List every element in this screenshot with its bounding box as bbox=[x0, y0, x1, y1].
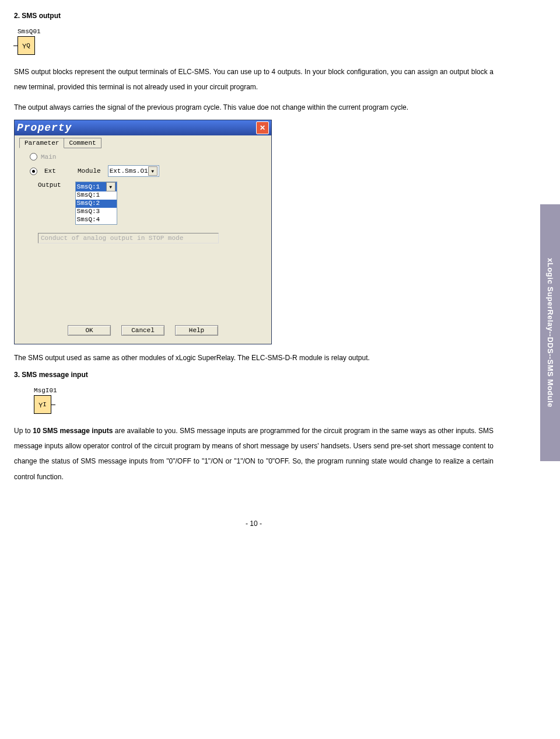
output-selected[interactable]: SmsQ:1 ▼ bbox=[76, 182, 117, 191]
after-dialog-text: The SMS output used as same as other mod… bbox=[14, 350, 494, 365]
cancel-button[interactable]: Cancel bbox=[121, 325, 164, 336]
module-label: Module bbox=[78, 168, 101, 175]
output-listbox[interactable]: SmsQ:1 ▼ SmsQ:1 SmsQ:2 SmsQ:3 SmsQ:4 bbox=[75, 182, 117, 225]
block-symbol: I bbox=[43, 401, 47, 408]
help-button[interactable]: Help bbox=[175, 325, 218, 336]
stop-mode-text: Conduct of analog output in STOP mode bbox=[38, 233, 219, 243]
section-3-para: Up to 10 SMS message inputs are availabl… bbox=[14, 423, 494, 485]
radio-main-row: Main bbox=[30, 153, 267, 161]
module-combo[interactable]: Ext.Sms.O1 ▼ bbox=[108, 165, 159, 177]
radio-main[interactable] bbox=[30, 153, 37, 161]
sms-output-block-icon: SmsQ01 YQ bbox=[18, 28, 41, 55]
close-icon[interactable]: ✕ bbox=[256, 121, 269, 134]
chevron-down-icon[interactable]: ▼ bbox=[148, 166, 158, 176]
output-row: Output SmsQ:1 ▼ SmsQ:1 SmsQ:2 SmsQ:3 Sms… bbox=[38, 182, 267, 225]
section-2-heading: 2. SMS output bbox=[14, 12, 494, 20]
module-combo-value: Ext.Sms.O1 bbox=[110, 168, 148, 175]
chevron-down-icon[interactable]: ▼ bbox=[106, 182, 116, 191]
page-number: - 10 - bbox=[14, 520, 494, 528]
radio-ext-row: Ext Module Ext.Sms.O1 ▼ bbox=[30, 165, 267, 177]
radio-main-label: Main bbox=[41, 154, 56, 161]
list-item[interactable]: SmsQ:3 bbox=[76, 208, 117, 216]
sms-msg-input-block-icon: MsgI01 YI bbox=[34, 387, 57, 414]
dialog-titlebar: Property ✕ bbox=[15, 120, 271, 135]
dialog-body: Parameter Comment Main Ext Module Ext.Sm… bbox=[15, 135, 271, 344]
block-label: SmsQ01 bbox=[18, 28, 41, 35]
radio-ext-label: Ext bbox=[44, 168, 56, 175]
ok-button[interactable]: OK bbox=[68, 325, 111, 336]
block-symbol: Q bbox=[26, 42, 30, 49]
property-dialog: Property ✕ Parameter Comment Main Ext Mo… bbox=[14, 120, 272, 344]
p3a: Up to bbox=[14, 427, 33, 435]
block-label: MsgI01 bbox=[34, 387, 57, 394]
antenna-icon: Y bbox=[22, 43, 26, 50]
list-item[interactable]: SmsQ:2 bbox=[76, 200, 117, 208]
section-3-heading: 3. SMS message input bbox=[14, 371, 494, 379]
para-2: The output always carries the signal of … bbox=[14, 100, 494, 115]
p3bold: 10 SMS message inputs bbox=[33, 427, 113, 435]
block-box: YI bbox=[34, 395, 51, 414]
dialog-buttons: OK Cancel Help bbox=[19, 325, 267, 336]
antenna-icon: Y bbox=[38, 402, 43, 409]
dialog-title: Property bbox=[17, 122, 72, 134]
tab-parameter[interactable]: Parameter bbox=[19, 138, 64, 148]
tabs: Parameter Comment bbox=[19, 138, 267, 148]
tab-comment[interactable]: Comment bbox=[64, 138, 101, 148]
radio-ext[interactable] bbox=[30, 168, 37, 175]
output-label: Output bbox=[38, 182, 61, 189]
list-item[interactable]: SmsQ:4 bbox=[76, 216, 117, 224]
block-box: YQ bbox=[18, 36, 35, 55]
side-label: xLogic SuperRelay--DDS--SMS Module bbox=[540, 204, 560, 461]
para-1: SMS output blocks represent the output t… bbox=[14, 64, 494, 95]
output-selected-value: SmsQ:1 bbox=[77, 183, 100, 190]
list-item[interactable]: SmsQ:1 bbox=[76, 191, 117, 200]
